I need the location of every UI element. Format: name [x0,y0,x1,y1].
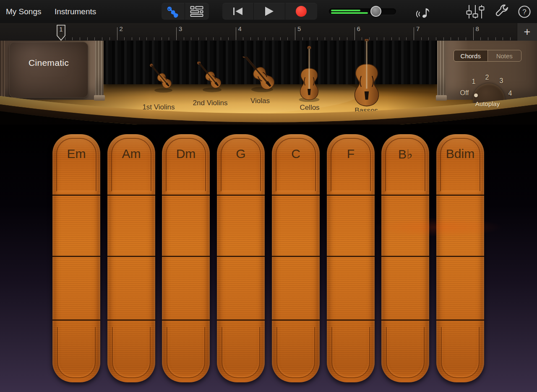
ruler-tick [198,37,199,40]
bar-line [295,27,295,40]
chord-strip-segment[interactable] [272,319,320,382]
chord-strip-segment[interactable] [381,134,429,195]
chord-strip-segment[interactable] [272,195,320,256]
stage: Cinematic 1st Violins 2nd Violins [0,41,537,125]
bar-number: 4 [238,25,242,32]
chord-strip-bdim[interactable]: Bdim [436,134,484,382]
ruler-tick [109,37,110,40]
chord-strip-segment[interactable] [327,195,375,256]
volume-slider[interactable] [329,8,403,15]
chord-strip-bb[interactable]: B♭ [381,134,429,382]
instrument-view-button[interactable] [162,3,185,20]
loops-button[interactable] [414,0,433,23]
chord-strip-label: Em [52,147,100,161]
chord-strip-c[interactable]: C [272,134,320,382]
ruler-tick [510,37,511,40]
chord-strip-segment[interactable] [217,134,265,195]
chord-strip-segment[interactable] [52,134,100,195]
chord-strip-segment[interactable] [107,256,155,319]
chord-strip-segment[interactable] [381,319,429,382]
chord-strip-segment[interactable] [52,195,100,256]
red-glow-highlight [373,218,503,237]
ruler-tick [310,37,310,40]
ruler-tick [317,37,318,40]
transport-controls [222,3,317,20]
chord-strip-label: G [217,147,265,161]
chord-strip-dm[interactable]: Dm [162,134,210,382]
chord-strip-f[interactable]: F [327,134,375,382]
chord-strip-segment[interactable] [327,256,375,319]
tracks-view-button[interactable] [185,3,209,20]
chord-strip-am[interactable]: Am [107,134,155,382]
bar-ruler[interactable]: 2 3 4 5 6 7 8 1 + [0,23,537,41]
chord-strip-segment[interactable] [272,134,320,195]
volume-track[interactable] [329,8,396,15]
chord-strip-segment[interactable] [52,256,100,319]
chord-strip-segment[interactable] [107,134,155,195]
chord-strip-label: Bdim [436,147,484,161]
chord-strip-segment[interactable] [107,319,155,382]
chord-strip-segment[interactable] [162,256,210,319]
chord-strip-segment[interactable] [217,195,265,256]
ruler-tick [466,37,466,40]
ruler-tick [258,37,258,40]
volume-knob[interactable] [370,6,381,17]
ruler-tick [391,37,392,40]
chord-strip-segment[interactable] [436,134,484,195]
settings-button[interactable] [492,0,512,23]
ruler-tick [154,37,154,40]
ruler-tick [406,37,407,40]
ruler-tick [162,37,162,40]
chord-strip-segment[interactable] [162,195,210,256]
ruler-tick [221,37,221,40]
bar-number: 8 [476,25,479,32]
ruler-tick [191,37,191,40]
ruler-tick [169,37,169,40]
playhead[interactable]: 1 [57,25,66,41]
ruler-tick [72,37,73,40]
bar-number: 6 [357,25,360,32]
chord-strip-label: C [272,147,320,161]
chord-strip-label: B♭ [381,147,429,161]
playhead-bar-number: 1 [57,26,65,33]
chord-strip-em[interactable]: Em [52,134,100,382]
chord-strip-segment[interactable] [217,319,265,382]
ruler-tick [325,37,325,40]
chord-strip-segment[interactable] [107,195,155,256]
ruler-tick [243,37,243,40]
chord-strip-segment[interactable] [327,134,375,195]
chord-strip-segment[interactable] [327,319,375,382]
ruler-tick [102,37,102,40]
tracks-view-icon [190,6,203,17]
chord-strip-segment[interactable] [217,256,265,319]
chord-strip-segment[interactable] [162,134,210,195]
ruler-tick [339,37,340,40]
rewind-button[interactable] [222,3,254,20]
add-track-button[interactable]: + [517,23,537,41]
ruler-tick [206,37,206,40]
chord-strip-segment[interactable] [272,256,320,319]
bar-line [117,27,117,40]
my-songs-button[interactable]: My Songs [6,0,41,23]
chord-strip-segment[interactable] [52,319,100,382]
chord-strip-g[interactable]: G [217,134,265,382]
bar-number: 3 [179,25,182,32]
chord-strip-segment[interactable] [436,319,484,382]
wrench-icon [494,4,509,19]
chord-strip-segment[interactable] [381,256,429,319]
play-button[interactable] [254,3,285,20]
bar-line [355,27,355,40]
chord-strip-segment[interactable] [436,256,484,319]
ruler-tick [132,37,132,40]
instruments-button[interactable]: Instruments [55,0,96,23]
ruler-tick [250,37,251,40]
ruler-tick [480,37,481,40]
track-controls-button[interactable] [464,0,487,23]
help-button[interactable]: ? [515,0,534,23]
garageband-app: My Songs Instruments [0,0,537,392]
record-icon [296,6,307,17]
toolbar: My Songs Instruments [0,0,537,23]
chord-strip-segment[interactable] [162,319,210,382]
ruler-tick [146,37,147,40]
record-button[interactable] [285,3,317,20]
